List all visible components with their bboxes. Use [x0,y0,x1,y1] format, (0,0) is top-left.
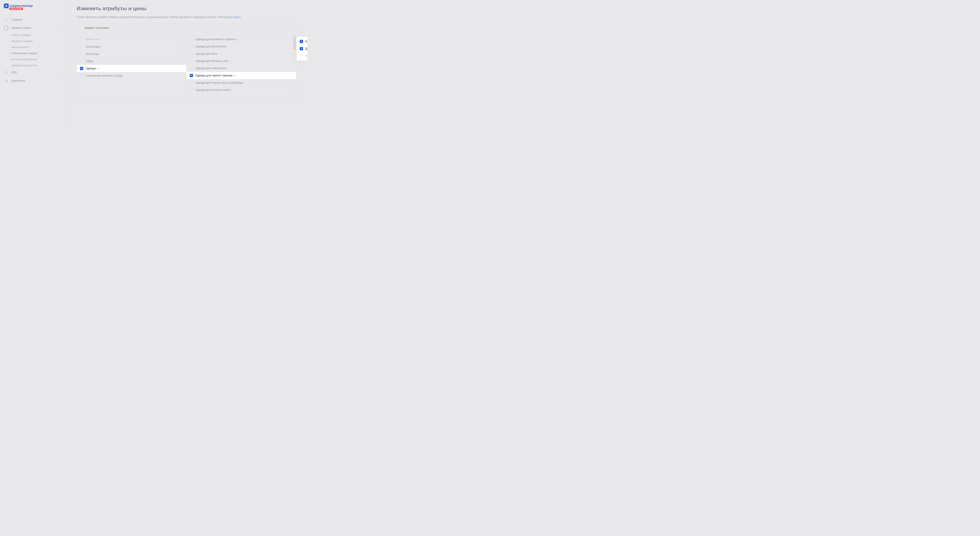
nav-sub-upload[interactable]: Загрузка товаров [11,38,68,44]
leaf-label: Брюки для горного туризма [305,40,307,43]
leaf-category-row[interactable]: Полукомбинезоны для горного туризма [296,52,307,60]
select-all-row[interactable]: Выбрать все [77,36,186,43]
category-label: Одежда для конного спорта [196,88,290,92]
main: Изменить атрибуты и цены Чтобы обновить … [68,0,307,121]
category-picker: Выбрать все Аксессуары›Инвентарь›Обувь›О… [76,35,296,102]
chevron-right-icon: › [292,45,293,48]
chevron-right-icon: › [182,74,183,77]
page-description: Чтобы обновить атрибут товара, выберите … [76,15,296,19]
chevron-right-icon: › [182,52,183,56]
category-search-input[interactable] [76,24,296,32]
category-count: (2) [233,74,236,77]
logo-text: спортмастер [10,4,33,8]
category-label: Одежда (2) [86,67,180,70]
leaf-label: Джемперы для горного туризма [305,47,307,50]
svg-rect-1 [5,81,6,82]
nav-sub-photo[interactable]: Загрузка фото [11,44,68,50]
nav-products-sub: Список товаров Загрузка товаров Загрузка… [0,32,68,68]
category-checkbox[interactable] [80,60,83,63]
products-icon [4,25,9,30]
logo[interactable]: ✦ спортмастер маркетплейс [0,2,68,14]
category-label: Одежда для гимнастики [196,67,290,70]
chevron-right-icon: › [292,81,293,84]
nav-label: FBS [11,71,17,74]
nav-sub-history[interactable]: История обновлений [11,56,68,62]
category-label: Одежда для горных лыж и сноуборда [196,81,290,84]
category-col-1: Выбрать все Аксессуары›Инвентарь›Обувь›О… [77,36,186,102]
category-checkbox[interactable] [190,88,193,92]
chevron-right-icon: › [182,45,183,48]
category-checkbox[interactable] [190,45,193,48]
nav-fbs[interactable]: FBS › [0,68,68,77]
category-label: Одежда для беговых лыж [196,59,290,62]
leaf-checkbox[interactable] [300,54,303,58]
nav-sub-docs[interactable]: Документы качества [11,62,68,68]
category-row[interactable]: Одежда для бега› [186,50,296,57]
nav-products[interactable]: Товары и Цены ⌄ [0,24,68,32]
chart-icon [4,78,9,83]
nav-sub-update[interactable]: Обновление товаров [11,50,68,56]
logo-subtitle: маркетплейс [10,8,23,10]
logo-icon: ✦ [4,3,9,8]
category-row[interactable]: Одежда для гимнастики› [186,65,296,72]
category-label: Аксессуары [86,45,180,48]
category-checkbox[interactable] [190,59,193,63]
leaf-label: Полукомбинезоны для горного туризма [305,54,307,57]
category-checkbox[interactable] [190,74,193,77]
category-label: Спортивное питание и БАДы [86,74,180,77]
chevron-right-icon: › [64,71,65,74]
category-row[interactable]: Одежда для активного отдыха и...› [186,36,296,43]
leaf-category-row[interactable]: ✓Брюки для горного туризма [296,38,307,45]
chevron-down-icon: ⌄ [62,26,65,29]
svg-rect-0 [5,72,8,74]
chevron-right-icon: › [292,74,293,77]
category-row[interactable]: Инвентарь› [77,50,186,58]
category-checkbox[interactable] [190,67,193,70]
category-row[interactable]: Одежда для горного туризма (2)› [186,72,296,79]
select-all-label: Выбрать все [86,38,100,41]
category-checkbox[interactable] [80,52,83,56]
category-checkbox[interactable] [80,74,83,78]
category-row[interactable]: Аксессуары› [77,43,186,50]
select-all-checkbox[interactable] [80,38,83,41]
leaf-category-row[interactable]: ✓Джемперы для горного туризма [296,45,307,52]
category-label: Одежда для горного туризма (2) [196,74,290,77]
category-checkbox[interactable] [190,38,193,41]
category-checkbox[interactable] [190,81,193,84]
category-label: Обувь [86,60,180,63]
leaf-checkbox[interactable]: ✓ [300,40,303,43]
category-label: Одежда для активного отдыха и... [196,38,290,41]
nav-analytics[interactable]: Аналитика [0,77,68,85]
svg-rect-3 [7,80,8,82]
page-title: Изменить атрибуты и цены [76,5,296,11]
category-count: (2) [97,67,100,70]
category-row[interactable]: Одежда для горных лыж и сноуборда› [186,79,296,86]
category-row[interactable]: Одежда для беговых лыж› [186,57,296,65]
category-label: Одежда для бега [196,52,290,55]
nav-label: Товары и Цены [11,26,31,29]
leaf-checkbox[interactable]: ✓ [300,47,303,50]
nav-home[interactable]: Главная [0,16,68,24]
nav-label: Главная [11,18,22,21]
category-label: Инвентарь [86,52,180,56]
sidebar: ✦ спортмастер маркетплейс Главная Товары… [0,0,68,121]
chevron-right-icon: › [182,60,183,63]
box-icon [4,70,9,75]
category-row[interactable]: Одежда для конного спорта› [186,86,296,94]
category-col-2: Одежда для активного отдыха и...›Одежда … [186,36,296,102]
chevron-right-icon: › [292,60,293,62]
category-checkbox[interactable] [80,67,83,70]
category-label: Одежда для баскетбола [196,45,290,48]
nav-label: Аналитика [11,79,25,82]
nav-sub-list[interactable]: Список товаров [11,32,68,38]
category-checkbox[interactable] [190,52,193,56]
category-row[interactable]: Обувь› [77,58,186,65]
nav: Главная Товары и Цены ⌄ Список товаров З… [0,16,68,85]
instruction-link[interactable]: здесь [234,16,241,19]
category-row[interactable]: Спортивное питание и БАДы› [77,72,186,79]
category-row[interactable]: Одежда (2)› [77,65,186,72]
home-icon [4,17,9,22]
category-row[interactable]: Одежда для баскетбола› [186,43,296,50]
category-checkbox[interactable] [80,45,83,48]
chevron-right-icon: › [182,67,183,70]
